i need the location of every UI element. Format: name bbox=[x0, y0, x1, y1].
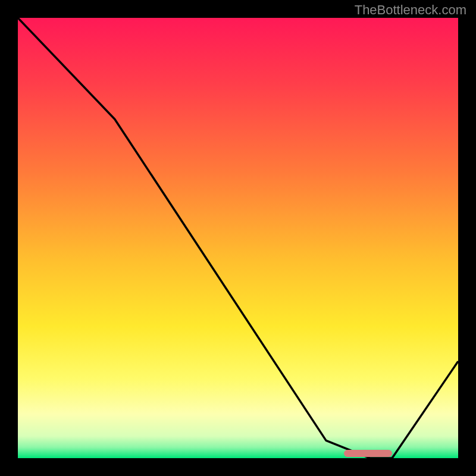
watermark-text: TheBottleneck.com bbox=[355, 2, 466, 18]
bottleneck-curve bbox=[18, 18, 458, 458]
plot-area bbox=[18, 18, 458, 458]
plot-frame bbox=[18, 18, 458, 458]
optimal-range-marker bbox=[344, 450, 392, 457]
